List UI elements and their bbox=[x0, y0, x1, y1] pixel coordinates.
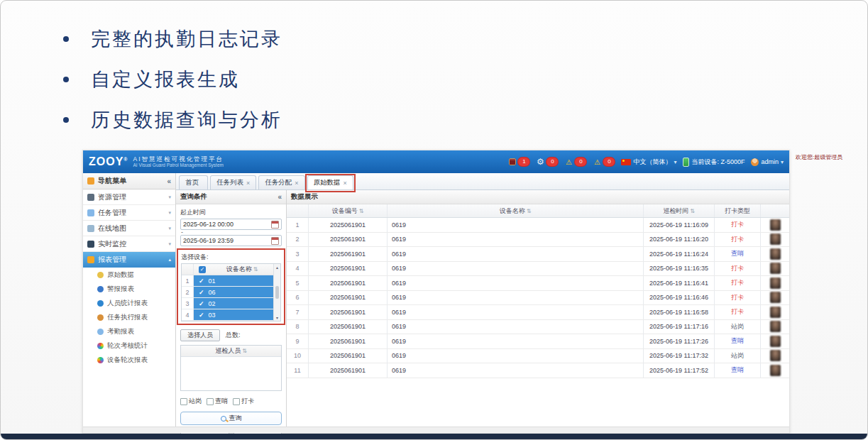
tab-close-icon[interactable]: × bbox=[246, 180, 250, 187]
row-number: 10 bbox=[287, 349, 309, 363]
chevron-icon: ▴ bbox=[168, 257, 171, 263]
table-row[interactable]: 11 2025061901 0619 2025-06-19 11:17:52 查… bbox=[287, 363, 789, 378]
tab-close-icon[interactable]: × bbox=[344, 180, 347, 187]
table-row[interactable]: 1 2025061901 0619 2025-06-19 11:16:09 打卡 bbox=[287, 218, 789, 233]
sidebar-subitem[interactable]: 轮次考核统计 bbox=[83, 339, 175, 353]
sort-icon[interactable]: ⇅ bbox=[527, 208, 532, 214]
sidebar-subitem[interactable]: 人员统计报表 bbox=[83, 296, 175, 310]
device-name-column-label: 设备名称 bbox=[226, 265, 252, 274]
avatar[interactable] bbox=[770, 219, 781, 231]
tab-label: 任务分配 bbox=[265, 178, 292, 187]
table-row[interactable]: 6 2025061901 0619 2025-06-19 11:16:46 打卡 bbox=[287, 291, 789, 306]
start-time-value: 2025-06-12 00:00 bbox=[183, 221, 234, 228]
search-button[interactable]: 查询 bbox=[180, 412, 282, 425]
checkin-type-cell: 查哨 bbox=[715, 334, 761, 348]
person-table-header: 巡检人员 ⇅ bbox=[181, 346, 281, 357]
checkbox-icon[interactable] bbox=[180, 398, 187, 405]
notification-group[interactable]: ⚠ 0 bbox=[593, 158, 615, 166]
checkbox-icon[interactable] bbox=[233, 398, 240, 405]
scrollbar-thumb[interactable] bbox=[275, 286, 279, 299]
notification-group[interactable]: ⚙ 0 bbox=[536, 158, 558, 166]
tab[interactable]: 任务分配 × bbox=[258, 175, 304, 189]
sidebar-item[interactable]: 在线地图 ▾ bbox=[83, 221, 175, 236]
user-menu[interactable]: admin ▾ bbox=[751, 158, 784, 166]
sort-icon[interactable]: ⇅ bbox=[359, 208, 364, 214]
avatar[interactable] bbox=[770, 350, 781, 361]
avatar[interactable] bbox=[770, 248, 781, 260]
type-option[interactable]: 站岗 bbox=[180, 397, 202, 406]
sidebar-collapse-icon[interactable]: « bbox=[167, 177, 171, 185]
device-row[interactable]: 4 ✓ 03 bbox=[182, 309, 273, 321]
table-row[interactable]: 9 2025061901 0619 2025-06-19 11:17:26 查哨 bbox=[287, 334, 789, 349]
table-row[interactable]: 10 2025061901 0619 2025-06-19 11:17:32 站… bbox=[287, 349, 789, 364]
calendar-icon[interactable] bbox=[271, 221, 279, 229]
notification-icon[interactable] bbox=[509, 158, 516, 165]
sidebar-item[interactable]: 任务管理 ▾ bbox=[83, 205, 175, 221]
avatar[interactable] bbox=[770, 263, 781, 274]
language-label: 中文（简体） bbox=[633, 158, 671, 167]
tab-close-icon[interactable]: × bbox=[295, 180, 298, 187]
current-device[interactable]: 当前设备: Z-5000F bbox=[683, 158, 745, 167]
sort-icon[interactable]: ⇅ bbox=[253, 266, 258, 273]
avatar[interactable] bbox=[770, 233, 781, 245]
notification-icon[interactable]: ⚠ bbox=[593, 158, 601, 166]
table-row[interactable]: 7 2025061901 0619 2025-06-19 11:16:58 打卡 bbox=[287, 305, 789, 320]
sort-icon[interactable]: ⇅ bbox=[690, 208, 695, 214]
chevron-icon: ▾ bbox=[168, 194, 171, 200]
notification-icon[interactable]: ⚙ bbox=[536, 158, 544, 166]
avatar[interactable] bbox=[770, 292, 781, 303]
chevron-down-icon: ▾ bbox=[781, 159, 784, 165]
avatar[interactable] bbox=[770, 336, 781, 347]
username: admin bbox=[761, 158, 779, 165]
avatar[interactable] bbox=[770, 321, 781, 332]
checkin-type-cell: 站岗 bbox=[715, 349, 761, 363]
type-option[interactable]: 查哨 bbox=[207, 397, 228, 406]
scroll-down-icon[interactable]: ▾ bbox=[276, 315, 278, 320]
table-row[interactable]: 4 2025061901 0619 2025-06-19 11:16:35 打卡 bbox=[287, 262, 789, 277]
select-device-label: 选择设备: bbox=[181, 253, 281, 262]
device-table-scrollbar[interactable]: ▴ ▾ bbox=[273, 264, 280, 321]
end-time-input[interactable]: 2025-06-19 23:59 bbox=[180, 235, 282, 246]
type-option[interactable]: 打卡 bbox=[233, 397, 254, 406]
table-row[interactable]: 3 2025061901 0619 2025-06-19 11:16:24 查哨 bbox=[287, 247, 789, 262]
row-number: 9 bbox=[287, 334, 309, 348]
table-row[interactable]: 5 2025061901 0619 2025-06-19 11:16:41 打卡 bbox=[287, 276, 789, 291]
sidebar-subitem-icon bbox=[97, 357, 104, 363]
patrol-time-cell: 2025-06-19 11:17:52 bbox=[644, 363, 715, 378]
calendar-icon[interactable] bbox=[271, 237, 279, 245]
sidebar-subitem[interactable]: 设备轮次报表 bbox=[83, 353, 175, 367]
tab[interactable]: 原始数据 × bbox=[307, 175, 353, 189]
notification-group[interactable]: 1 bbox=[509, 158, 529, 166]
sidebar-subitem[interactable]: 任务执行报表 bbox=[83, 310, 175, 324]
patrol-time-cell: 2025-06-19 11:16:20 bbox=[644, 233, 715, 247]
select-person-button[interactable]: 选择人员 bbox=[180, 329, 220, 341]
sidebar-subitem[interactable]: 原始数据 bbox=[83, 268, 175, 282]
patrol-time-cell: 2025-06-19 11:16:35 bbox=[644, 262, 715, 276]
tab[interactable]: 任务列表 × bbox=[210, 175, 256, 189]
notification-icon[interactable]: ⚠ bbox=[564, 158, 573, 166]
select-all-checkbox[interactable]: ✓ bbox=[199, 266, 206, 273]
sidebar-subitem[interactable]: 警报报表 bbox=[83, 282, 175, 296]
panel-collapse-icon[interactable]: « bbox=[278, 193, 282, 201]
table-row[interactable]: 8 2025061901 0619 2025-06-19 11:17:16 站岗 bbox=[287, 320, 789, 335]
device-row[interactable]: 1 ✓ 01 bbox=[182, 275, 273, 287]
checkbox-icon[interactable] bbox=[207, 398, 214, 405]
device-row[interactable]: 2 ✓ 06 bbox=[182, 287, 273, 298]
language-selector[interactable]: 中文（简体） ▾ bbox=[621, 158, 676, 167]
sort-icon[interactable]: ⇅ bbox=[242, 348, 247, 354]
table-row[interactable]: 2 2025061901 0619 2025-06-19 11:16:20 打卡 bbox=[287, 233, 789, 248]
sidebar-subitem[interactable]: 考勤报表 bbox=[83, 324, 175, 339]
sidebar-item-icon bbox=[87, 194, 94, 201]
scroll-up-icon[interactable]: ▴ bbox=[276, 265, 278, 270]
avatar[interactable] bbox=[770, 277, 781, 289]
sidebar-item[interactable]: 报表管理 ▴ bbox=[83, 252, 175, 268]
start-time-input[interactable]: 2025-06-12 00:00 bbox=[180, 219, 282, 230]
tab[interactable]: 首页 bbox=[179, 175, 208, 189]
sidebar-item[interactable]: 实时监控 ▾ bbox=[83, 236, 175, 252]
sidebar-subitem-label: 警报报表 bbox=[107, 285, 134, 294]
device-row[interactable]: 3 ✓ 02 bbox=[182, 298, 273, 309]
notification-group[interactable]: ⚠ 0 bbox=[564, 158, 586, 166]
avatar[interactable] bbox=[770, 365, 781, 376]
avatar[interactable] bbox=[770, 307, 781, 318]
sidebar-item[interactable]: 资源管理 ▾ bbox=[83, 189, 175, 205]
